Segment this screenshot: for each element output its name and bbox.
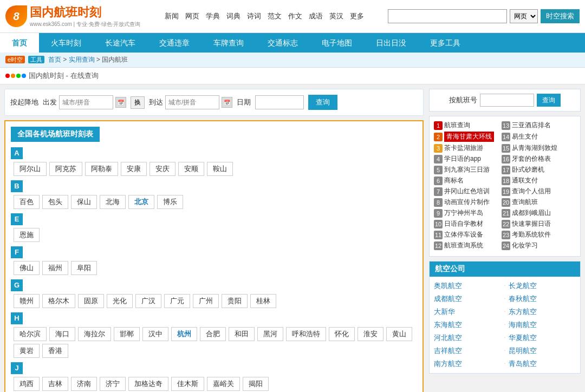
- nav-zuowen[interactable]: 作文: [288, 11, 302, 21]
- rank-link-13[interactable]: 三亚酒店排名: [512, 121, 551, 130]
- rank-link-16[interactable]: 牙套的价格表: [512, 154, 551, 164]
- nav-bus[interactable]: 长途汽车: [93, 33, 147, 53]
- city-guangzhou[interactable]: 广州: [193, 294, 219, 308]
- city-anshan[interactable]: 鞍山: [207, 162, 233, 176]
- nav-idiom[interactable]: 成语: [309, 11, 323, 21]
- nav-xudian[interactable]: 学典: [206, 11, 220, 21]
- rank-link-4[interactable]: 学日语的app: [444, 154, 481, 164]
- city-baoshan[interactable]: 保山: [71, 195, 97, 209]
- rank-link-9[interactable]: 万宁神州半岛: [444, 208, 483, 218]
- to-city-input[interactable]: [165, 95, 219, 109]
- breadcrumb-practical[interactable]: 实用查询: [69, 56, 95, 63]
- city-huangshan[interactable]: 黄山: [386, 327, 412, 341]
- city-jilin[interactable]: 吉林: [42, 377, 68, 391]
- city-huangyan[interactable]: 黄岩: [14, 344, 40, 358]
- to-calendar-icon[interactable]: 📅: [222, 97, 232, 108]
- rank-link-1[interactable]: 航班查询: [444, 121, 470, 130]
- airline-hainan[interactable]: 海南航空: [509, 320, 576, 330]
- city-hangzhou[interactable]: 杭州: [171, 327, 197, 341]
- airline-jixiang[interactable]: 吉祥航空: [434, 346, 501, 356]
- city-guiyang[interactable]: 贵阳: [222, 294, 248, 308]
- city-jining[interactable]: 济宁: [100, 377, 126, 391]
- rank-link-14[interactable]: 易生支付: [512, 132, 538, 141]
- search-type-select[interactable]: 网页: [510, 9, 538, 23]
- nav-dict[interactable]: 词典: [226, 11, 240, 21]
- nav-train[interactable]: 火车时刻: [39, 33, 93, 53]
- rank-link-6[interactable]: 商标名: [444, 176, 464, 185]
- rank-link-23[interactable]: 考勤系统软件: [512, 230, 551, 239]
- search-query-btn[interactable]: 查询: [308, 95, 337, 110]
- header-search-input[interactable]: [388, 9, 507, 23]
- city-hanzhong[interactable]: 汉中: [142, 327, 168, 341]
- city-bole[interactable]: 博乐: [157, 195, 183, 209]
- city-jiayuguan[interactable]: 嘉峪关: [207, 377, 240, 391]
- rank-link-2[interactable]: 青海甘肃大环线: [444, 132, 494, 142]
- city-ganzhou[interactable]: 赣州: [14, 294, 40, 308]
- city-aletai[interactable]: 阿勒泰: [85, 162, 118, 176]
- header-search-btn[interactable]: 时空搜索: [541, 9, 580, 23]
- nav-fanwen[interactable]: 范文: [268, 11, 282, 21]
- airline-qingdao[interactable]: 青岛航空: [509, 359, 576, 369]
- rank-link-5[interactable]: 到九寨沟三日游: [444, 165, 490, 174]
- nav-map[interactable]: 电子地图: [310, 33, 364, 53]
- airline-hebei[interactable]: 河北航空: [434, 333, 501, 343]
- rank-link-8[interactable]: 动画宣传片制作: [444, 198, 490, 207]
- city-heihe[interactable]: 黑河: [257, 327, 283, 341]
- date-input[interactable]: 2021-6-10: [255, 95, 304, 109]
- nav-signs[interactable]: 交通标志: [256, 33, 310, 53]
- rank-link-15[interactable]: 从青海湖到敦煌: [512, 143, 557, 153]
- city-jieyang[interactable]: 揭阳: [243, 377, 269, 391]
- airline-chunqiu[interactable]: 春秋航空: [509, 294, 576, 304]
- nav-web[interactable]: 网页: [185, 11, 199, 21]
- rank-link-17[interactable]: 卧式砂磨机: [512, 165, 544, 174]
- rank-link-7[interactable]: 井冈山红色培训: [444, 187, 490, 196]
- sidebar-flight-input[interactable]: [480, 94, 534, 107]
- city-beihai[interactable]: 北海: [100, 195, 126, 209]
- city-haikou[interactable]: 海口: [49, 327, 75, 341]
- city-baise[interactable]: 百色: [14, 195, 40, 209]
- rank-link-12[interactable]: 航班查询系统: [444, 241, 483, 250]
- airline-huaxia[interactable]: 华夏航空: [509, 333, 576, 343]
- city-aershan[interactable]: 阿尔山: [14, 162, 47, 176]
- city-fuyang[interactable]: 阜阳: [71, 261, 97, 275]
- city-geermu[interactable]: 格尔木: [42, 294, 75, 308]
- rank-link-22[interactable]: 快速掌握日语: [512, 219, 551, 228]
- city-jinan[interactable]: 济南: [71, 377, 97, 391]
- nav-violation[interactable]: 交通违章: [147, 33, 202, 53]
- sidebar-flight-btn[interactable]: 查询: [537, 94, 561, 107]
- city-akesu[interactable]: 阿克苏: [49, 162, 82, 176]
- rank-link-18[interactable]: 通联支付: [512, 176, 538, 185]
- city-jiamusi[interactable]: 佳木斯: [171, 377, 204, 391]
- nav-sunrise[interactable]: 日出日没: [364, 33, 418, 53]
- city-haerbin[interactable]: 哈尔滨: [14, 327, 47, 341]
- city-ankang[interactable]: 安康: [121, 162, 147, 176]
- city-fuzhou[interactable]: 福州: [42, 261, 68, 275]
- rank-link-11[interactable]: 立体停车设备: [444, 230, 483, 239]
- breadcrumb-home[interactable]: 首页: [48, 56, 61, 63]
- from-city-input[interactable]: [59, 95, 113, 109]
- airline-nanfang[interactable]: 南方航空: [434, 359, 501, 369]
- swap-button[interactable]: 换: [131, 96, 145, 109]
- city-huaihua[interactable]: 怀化: [329, 327, 355, 341]
- city-guilin[interactable]: 桂林: [250, 294, 276, 308]
- nav-news[interactable]: 新闻: [165, 11, 179, 21]
- airline-donghai[interactable]: 东海航空: [434, 320, 501, 330]
- city-guangyuan[interactable]: 广元: [164, 294, 190, 308]
- nav-poetry[interactable]: 诗词: [247, 11, 261, 21]
- city-huhehaote[interactable]: 呼和浩特: [286, 327, 326, 341]
- city-huaian[interactable]: 淮安: [358, 327, 384, 341]
- city-baotou[interactable]: 包头: [42, 195, 68, 209]
- nav-more-tools[interactable]: 更多工具: [418, 33, 472, 53]
- airline-kunming[interactable]: 昆明航空: [509, 346, 576, 356]
- rank-link-21[interactable]: 成都到峨眉山: [512, 208, 551, 218]
- nav-home[interactable]: 首页: [0, 33, 39, 53]
- city-xianggang[interactable]: 香港: [42, 344, 68, 358]
- city-enshi[interactable]: 恩施: [14, 228, 40, 242]
- rank-link-10[interactable]: 日语自学教材: [444, 219, 483, 228]
- rank-link-20[interactable]: 查询航班: [512, 198, 538, 207]
- airline-chengdu[interactable]: 成都航空: [434, 294, 501, 304]
- rank-link-24[interactable]: 化妆学习: [512, 241, 538, 250]
- nav-english[interactable]: 英汉: [329, 11, 343, 21]
- nav-more[interactable]: 更多: [350, 11, 364, 21]
- city-foshan[interactable]: 佛山: [14, 261, 40, 275]
